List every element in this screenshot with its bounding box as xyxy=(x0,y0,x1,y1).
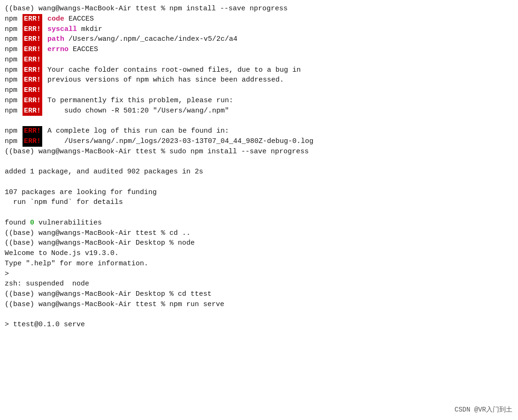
line-text xyxy=(43,34,47,45)
terminal-line: found 0 vulnerabilities xyxy=(5,218,513,228)
empty-line xyxy=(5,157,513,167)
terminal-line: ((base) wang@wangs-MacBook-Air ttest % n… xyxy=(5,4,513,14)
watermark: CSDN @VR入门到土 xyxy=(455,405,512,414)
line-text: vulnerabilities xyxy=(34,218,102,228)
line-text: A complete log of this run can be found … xyxy=(43,126,229,136)
terminal-line: Type ".help" for more information. xyxy=(5,259,513,269)
terminal-line: zsh: suspended node xyxy=(5,279,513,289)
err-badge: ERR! xyxy=(23,65,42,75)
terminal-line: added 1 package, and audited 902 package… xyxy=(5,167,513,177)
empty-line xyxy=(5,310,513,320)
line-text: Type ".help" for more information. xyxy=(5,259,148,269)
line-text: EACCES xyxy=(69,45,98,55)
terminal-line: npm ERR! xyxy=(5,85,513,96)
npm-label: npm xyxy=(5,85,22,96)
err-key: path xyxy=(47,34,64,45)
err-key: errno xyxy=(47,45,69,55)
terminal-line: 107 packages are looking for funding xyxy=(5,188,513,198)
empty-line xyxy=(5,177,513,188)
err-badge-dark: ERR! xyxy=(23,126,42,136)
line-text: mkdir xyxy=(77,24,102,35)
err-badge: ERR! xyxy=(23,24,42,35)
npm-label: npm xyxy=(5,106,22,116)
err-badge-dark: ERR! xyxy=(23,136,42,147)
terminal-line: npm ERR! Your cache folder contains root… xyxy=(5,65,513,75)
npm-label: npm xyxy=(5,65,22,75)
err-badge: ERR! xyxy=(23,45,42,55)
line-text: To permanently fix this problem, please … xyxy=(43,96,233,106)
terminal: ((base) wang@wangs-MacBook-Air ttest % n… xyxy=(0,0,518,420)
npm-label: npm xyxy=(5,136,22,147)
err-badge: ERR! xyxy=(23,85,42,96)
empty-line xyxy=(5,116,513,126)
npm-label: npm xyxy=(5,96,22,106)
err-badge: ERR! xyxy=(23,106,42,116)
line-text: /Users/wang/.npm/_logs/2023-03-13T07_04_… xyxy=(43,136,313,147)
terminal-line: ((base) wang@wangs-MacBook-Air ttest % n… xyxy=(5,300,513,310)
line-text: > ttest@0.1.0 serve xyxy=(5,320,85,330)
line-text: Welcome to Node.js v19.3.0. xyxy=(5,248,119,259)
line-text xyxy=(43,24,47,35)
err-badge: ERR! xyxy=(23,34,42,45)
err-code-label: code xyxy=(47,14,64,24)
terminal-line: npm ERR! To permanently fix this problem… xyxy=(5,96,513,106)
npm-label: npm xyxy=(5,14,22,24)
terminal-line: npm ERR! errno EACCES xyxy=(5,45,513,55)
terminal-line: npm ERR! A complete log of this run can … xyxy=(5,126,513,136)
terminal-line: > xyxy=(5,269,513,279)
terminal-line: npm ERR! path /Users/wang/.npm/_cacache/… xyxy=(5,34,513,45)
line-text: previous versions of npm which has since… xyxy=(43,75,284,85)
line-text: /Users/wang/.npm/_cacache/index-v5/2c/a4 xyxy=(64,34,237,45)
terminal-line: ((base) wang@wangs-MacBook-Air ttest % s… xyxy=(5,147,513,157)
terminal-line: npm ERR! xyxy=(5,55,513,65)
err-key: syscall xyxy=(47,24,77,35)
line-text: > xyxy=(5,269,9,279)
line-text: run `npm fund` for details xyxy=(5,197,123,208)
line-text: ((base) wang@wangs-MacBook-Air ttest % s… xyxy=(5,147,309,157)
line-text: Your cache folder contains root-owned fi… xyxy=(43,65,301,75)
line-text: found xyxy=(5,218,30,228)
terminal-line: npm ERR! previous versions of npm which … xyxy=(5,75,513,85)
line-text: ((base) wang@wangs-MacBook-Air Desktop %… xyxy=(5,289,212,300)
line-text: ((base) wang@wangs-MacBook-Air ttest % n… xyxy=(5,300,224,310)
npm-label: npm xyxy=(5,75,22,85)
line-text: EACCES xyxy=(64,14,94,24)
line-text: sudo chown -R 501:20 "/Users/wang/.npm" xyxy=(43,106,229,116)
npm-label: npm xyxy=(5,55,22,65)
empty-line xyxy=(5,208,513,218)
line-text: 107 packages are looking for funding xyxy=(5,188,157,198)
line-text xyxy=(43,45,47,55)
npm-label: npm xyxy=(5,34,22,45)
terminal-line: Welcome to Node.js v19.3.0. xyxy=(5,248,513,259)
terminal-line: npm ERR! /Users/wang/.npm/_logs/2023-03-… xyxy=(5,136,513,147)
err-badge: ERR! xyxy=(23,96,42,106)
err-badge: ERR! xyxy=(23,55,42,65)
terminal-line: > ttest@0.1.0 serve xyxy=(5,320,513,330)
vuln-count: 0 xyxy=(30,218,34,228)
line-text: ((base) wang@wangs-MacBook-Air Desktop %… xyxy=(5,238,195,248)
terminal-line: ((base) wang@wangs-MacBook-Air Desktop %… xyxy=(5,289,513,300)
npm-label: npm xyxy=(5,45,22,55)
terminal-line: ((base) wang@wangs-MacBook-Air ttest % c… xyxy=(5,228,513,239)
line-text: added 1 package, and audited 902 package… xyxy=(5,167,203,177)
line-text xyxy=(43,14,47,24)
err-badge: ERR! xyxy=(23,75,42,85)
terminal-line: run `npm fund` for details xyxy=(5,197,513,208)
terminal-line: npm ERR! sudo chown -R 501:20 "/Users/wa… xyxy=(5,106,513,116)
terminal-line: npm ERR! code EACCES xyxy=(5,14,513,24)
line-text: zsh: suspended node xyxy=(5,279,89,289)
err-badge: ERR! xyxy=(23,14,42,24)
terminal-line: ((base) wang@wangs-MacBook-Air Desktop %… xyxy=(5,238,513,248)
npm-label: npm xyxy=(5,24,22,35)
line-text: ((base) wang@wangs-MacBook-Air ttest % n… xyxy=(5,4,288,14)
terminal-line: npm ERR! syscall mkdir xyxy=(5,24,513,35)
npm-label: npm xyxy=(5,126,22,136)
line-text: ((base) wang@wangs-MacBook-Air ttest % c… xyxy=(5,228,190,239)
